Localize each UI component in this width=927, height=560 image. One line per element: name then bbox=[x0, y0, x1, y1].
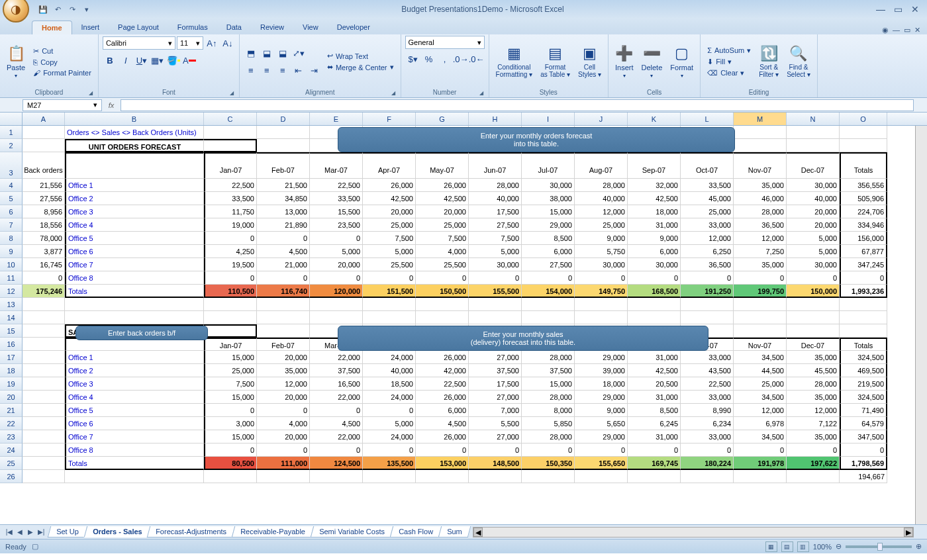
cell[interactable]: 42,500 bbox=[628, 364, 681, 377]
cell[interactable] bbox=[840, 311, 887, 324]
tab-home[interactable]: Home bbox=[32, 21, 72, 34]
row-header-1[interactable]: 1 bbox=[0, 126, 23, 139]
zoom-slider[interactable] bbox=[846, 545, 912, 548]
name-box[interactable]: M27▾ bbox=[23, 99, 102, 111]
cell[interactable]: Jul-07 bbox=[522, 152, 575, 179]
cell[interactable] bbox=[469, 298, 522, 311]
cell[interactable]: 16,500 bbox=[310, 377, 363, 391]
cell[interactable]: 25,500 bbox=[416, 258, 469, 271]
cell[interactable] bbox=[469, 470, 522, 483]
row-header-22[interactable]: 22 bbox=[0, 417, 23, 430]
maximize-button[interactable]: ▭ bbox=[890, 3, 906, 15]
cell[interactable]: 7,122 bbox=[787, 417, 840, 430]
cell[interactable]: 3,000 bbox=[204, 417, 257, 430]
cell[interactable]: 18,000 bbox=[628, 205, 681, 218]
cell[interactable]: 26,000 bbox=[416, 430, 469, 443]
cell[interactable]: 27,500 bbox=[522, 258, 575, 271]
cell[interactable]: 0 bbox=[734, 271, 787, 285]
cell[interactable]: 0 bbox=[257, 271, 310, 285]
cell[interactable]: 5,500 bbox=[469, 417, 522, 430]
cell[interactable] bbox=[23, 311, 65, 324]
cell[interactable]: 20,000 bbox=[310, 258, 363, 271]
cell[interactable]: 20,000 bbox=[257, 351, 310, 364]
align-middle[interactable]: ⬓ bbox=[260, 46, 274, 60]
cell[interactable] bbox=[257, 126, 310, 139]
view-normal[interactable]: ▦ bbox=[765, 541, 777, 552]
row-header-17[interactable]: 17 bbox=[0, 351, 23, 364]
cell[interactable]: 45,500 bbox=[787, 364, 840, 377]
cell[interactable]: 151,500 bbox=[363, 285, 416, 298]
cell[interactable]: 4,500 bbox=[257, 245, 310, 258]
cell[interactable] bbox=[310, 470, 363, 483]
cell[interactable] bbox=[628, 470, 681, 483]
cell[interactable]: 16,745 bbox=[23, 258, 65, 271]
cell[interactable]: 30,000 bbox=[522, 179, 575, 192]
cell[interactable]: 71,490 bbox=[840, 404, 887, 417]
alignment-launcher[interactable]: ◢ bbox=[391, 90, 395, 96]
sheet-prev[interactable]: ◀ bbox=[15, 527, 25, 537]
cell[interactable]: Totals bbox=[65, 285, 204, 298]
font-color-button[interactable]: A bbox=[182, 53, 197, 68]
cell[interactable] bbox=[787, 470, 840, 483]
cell[interactable]: 21,500 bbox=[257, 179, 310, 192]
cell[interactable]: Office 1 bbox=[65, 351, 204, 364]
cell[interactable]: Jan-07 bbox=[204, 338, 257, 351]
cell[interactable]: 111,000 bbox=[257, 457, 310, 470]
cell[interactable]: 42,500 bbox=[628, 192, 681, 205]
cell[interactable]: 6,250 bbox=[681, 245, 734, 258]
cell[interactable]: 13,000 bbox=[257, 205, 310, 218]
tab-review[interactable]: Review bbox=[251, 21, 293, 34]
font-size-combo[interactable]: 11▾ bbox=[177, 36, 203, 50]
cell[interactable]: 0 bbox=[363, 443, 416, 457]
cell[interactable]: 40,000 bbox=[469, 192, 522, 205]
row-header-23[interactable]: 23 bbox=[0, 430, 23, 443]
cell[interactable]: 0 bbox=[310, 404, 363, 417]
cell[interactable]: 4,000 bbox=[416, 245, 469, 258]
cell[interactable]: 4,000 bbox=[257, 417, 310, 430]
cell[interactable]: 324,500 bbox=[840, 351, 887, 364]
cell[interactable]: 15,000 bbox=[204, 351, 257, 364]
cell[interactable]: 22,500 bbox=[204, 179, 257, 192]
cell[interactable] bbox=[575, 311, 628, 324]
align-right[interactable]: ≡ bbox=[275, 63, 290, 77]
row-header-18[interactable]: 18 bbox=[0, 364, 23, 377]
cell[interactable]: 148,500 bbox=[469, 457, 522, 470]
cell[interactable]: 0 bbox=[257, 404, 310, 417]
cell[interactable] bbox=[257, 311, 310, 324]
cell[interactable]: 12,000 bbox=[257, 377, 310, 391]
cell[interactable]: 0 bbox=[257, 232, 310, 245]
cell[interactable]: 0 bbox=[628, 443, 681, 457]
tab-data[interactable]: Data bbox=[217, 21, 251, 34]
cell[interactable] bbox=[522, 470, 575, 483]
cell[interactable]: Totals bbox=[840, 338, 887, 351]
cell[interactable]: 35,000 bbox=[787, 391, 840, 404]
cell[interactable]: 39,000 bbox=[575, 364, 628, 377]
sheet-next[interactable]: ▶ bbox=[25, 527, 36, 537]
cell[interactable] bbox=[23, 364, 65, 377]
cell[interactable]: 25,000 bbox=[416, 218, 469, 232]
cell[interactable] bbox=[681, 298, 734, 311]
sheet-tab-receivable-payable[interactable]: Receivable-Payable bbox=[232, 526, 314, 537]
cell[interactable]: 169,745 bbox=[628, 457, 681, 470]
increase-indent[interactable]: ⇥ bbox=[307, 63, 322, 77]
align-top[interactable]: ⬒ bbox=[244, 46, 258, 60]
cell[interactable] bbox=[734, 126, 787, 139]
cell[interactable]: 28,000 bbox=[787, 377, 840, 391]
row-header-3[interactable]: 3 bbox=[0, 152, 23, 179]
view-page-layout[interactable]: ▤ bbox=[781, 541, 793, 552]
cell[interactable]: 45,000 bbox=[681, 192, 734, 205]
row-header-7[interactable]: 7 bbox=[0, 218, 23, 232]
cell[interactable] bbox=[257, 324, 310, 338]
cell[interactable]: 29,000 bbox=[575, 351, 628, 364]
cell[interactable]: 28,000 bbox=[575, 179, 628, 192]
row-header-13[interactable]: 13 bbox=[0, 298, 23, 311]
percent-button[interactable]: % bbox=[422, 52, 436, 66]
cell[interactable] bbox=[575, 298, 628, 311]
col-header-M[interactable]: M bbox=[734, 113, 787, 125]
cell[interactable]: 150,500 bbox=[416, 285, 469, 298]
row-header-16[interactable]: 16 bbox=[0, 338, 23, 351]
merge-center-button[interactable]: ⬌Merge & Center ▾ bbox=[324, 62, 397, 72]
cell[interactable]: Dec-07 bbox=[787, 152, 840, 179]
cell[interactable]: Office 7 bbox=[65, 430, 204, 443]
cell[interactable]: 191,978 bbox=[734, 457, 787, 470]
